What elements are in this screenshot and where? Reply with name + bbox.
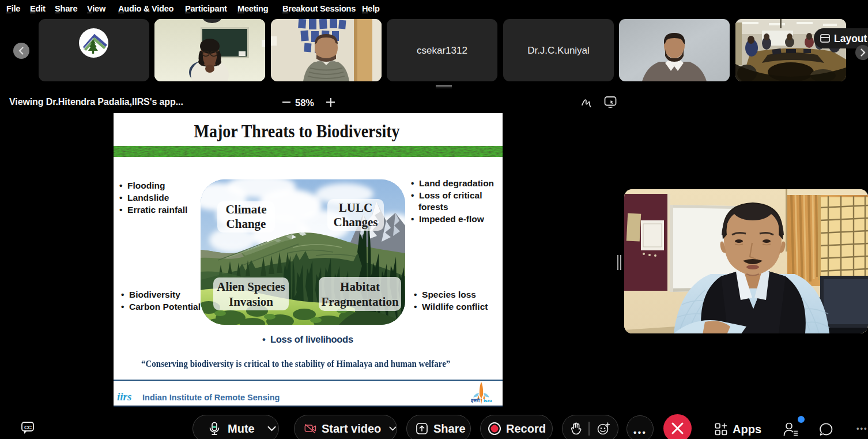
svg-text:CC: CC <box>24 425 32 430</box>
svg-text:इसरो: इसरो <box>471 397 480 403</box>
svg-text:isro: isro <box>484 398 492 403</box>
